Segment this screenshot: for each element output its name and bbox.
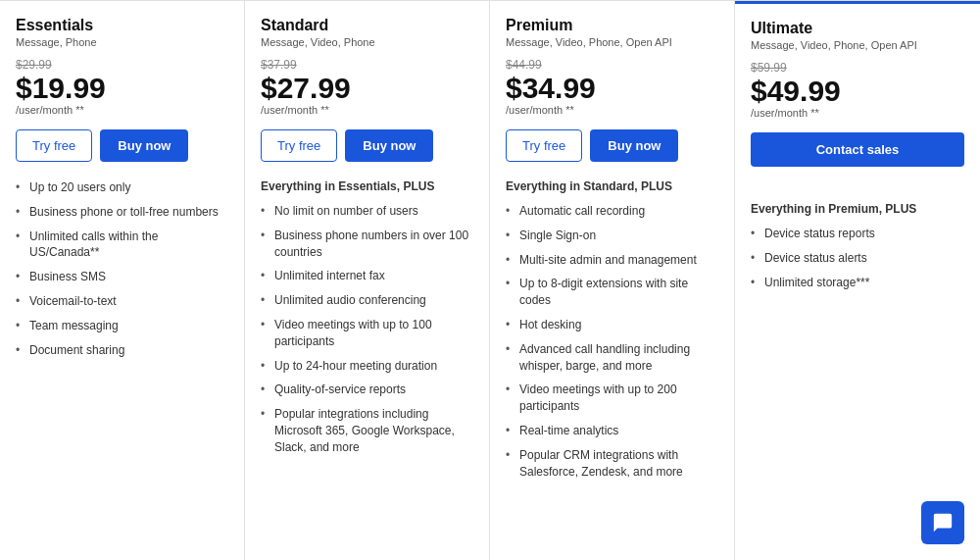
original-price-premium: $44.99: [506, 58, 718, 72]
feature-item: Voicemail-to-text: [16, 293, 228, 310]
feature-item: Device status reports: [751, 226, 964, 242]
feature-item: Real-time analytics: [506, 423, 718, 439]
price-note-premium: /user/month **: [506, 104, 718, 116]
original-price-essentials: $29.99: [16, 58, 228, 72]
plan-tagline-standard: Everything in Essentials, PLUS: [261, 179, 473, 193]
feature-item: Hot desking: [506, 317, 718, 333]
feature-item: Unlimited audio conferencing: [261, 292, 473, 309]
feature-list-premium: Automatic call recordingSingle Sign-onMu…: [506, 203, 718, 487]
original-price-standard: $37.99: [261, 58, 473, 72]
feature-item: Automatic call recording: [506, 203, 718, 220]
btn-buy-premium[interactable]: Buy now: [590, 129, 678, 162]
plan-tagline-ultimate: Everything in Premium, PLUS: [751, 202, 964, 216]
feature-item: Unlimited storage***: [751, 275, 964, 291]
feature-item: Popular CRM integrations with Salesforce…: [506, 447, 718, 481]
plan-col-standard: Standard Message, Video, Phone $37.99 $2…: [245, 1, 490, 560]
current-price-ultimate: $49.99: [751, 75, 964, 107]
price-note-standard: /user/month **: [261, 104, 473, 116]
price-note-ultimate: /user/month **: [751, 107, 964, 119]
feature-item: Multi-site admin and management: [506, 252, 718, 269]
chat-button[interactable]: [921, 501, 964, 544]
btn-try-essentials[interactable]: Try free: [16, 129, 92, 162]
pricing-grid: Essentials Message, Phone $29.99 $19.99 …: [0, 0, 980, 560]
plan-desc-premium: Message, Video, Phone, Open API: [506, 36, 718, 48]
btn-row-standard: Try free Buy now: [261, 129, 473, 162]
feature-list-standard: No limit on number of usersBusiness phon…: [261, 203, 473, 464]
feature-item: Single Sign-on: [506, 228, 718, 244]
feature-item: Business SMS: [16, 269, 228, 285]
feature-item: Advanced call handling including whisper…: [506, 341, 718, 375]
plan-name-ultimate: Ultimate: [751, 20, 964, 37]
feature-item: No limit on number of users: [261, 203, 473, 220]
btn-row-premium: Try free Buy now: [506, 129, 718, 162]
btn-buy-essentials[interactable]: Buy now: [100, 129, 188, 162]
plan-desc-essentials: Message, Phone: [16, 36, 228, 48]
feature-item: Business phone numbers in over 100 count…: [261, 228, 473, 261]
feature-list-ultimate: Device status reportsDevice status alert…: [751, 226, 964, 298]
btn-row-essentials: Try free Buy now: [16, 129, 228, 162]
feature-item: Team messaging: [16, 318, 228, 334]
feature-item: Document sharing: [16, 342, 228, 359]
plan-name-standard: Standard: [261, 17, 473, 34]
current-price-premium: $34.99: [506, 72, 718, 104]
feature-item: Up to 8-digit extensions with site codes: [506, 276, 718, 309]
feature-list-essentials: Up to 20 users onlyBusiness phone or tol…: [16, 179, 228, 366]
feature-item: Up to 24-hour meeting duration: [261, 358, 473, 375]
plan-tagline-premium: Everything in Standard, PLUS: [506, 179, 718, 193]
original-price-ultimate: $59.99: [751, 61, 964, 75]
btn-row-ultimate: Contact sales: [751, 132, 964, 184]
feature-item: Popular integrations including Microsoft…: [261, 406, 473, 455]
plan-name-premium: Premium: [506, 17, 718, 34]
btn-contact-ultimate[interactable]: Contact sales: [751, 132, 964, 167]
feature-item: Video meetings with up to 100 participan…: [261, 317, 473, 350]
feature-item: Up to 20 users only: [16, 179, 228, 196]
btn-buy-standard[interactable]: Buy now: [345, 129, 433, 162]
btn-try-standard[interactable]: Try free: [261, 129, 337, 162]
btn-try-premium[interactable]: Try free: [506, 129, 582, 162]
feature-item: Video meetings with up to 200 participan…: [506, 382, 718, 415]
plan-col-premium: Premium Message, Video, Phone, Open API …: [490, 1, 735, 560]
plan-desc-standard: Message, Video, Phone: [261, 36, 473, 48]
current-price-essentials: $19.99: [16, 72, 228, 104]
price-note-essentials: /user/month **: [16, 104, 228, 116]
plan-col-essentials: Essentials Message, Phone $29.99 $19.99 …: [0, 1, 245, 560]
feature-item: Unlimited calls within the US/Canada**: [16, 229, 228, 262]
plan-col-ultimate: Ultimate Message, Video, Phone, Open API…: [735, 1, 980, 560]
feature-item: Unlimited internet fax: [261, 268, 473, 284]
feature-item: Device status alerts: [751, 250, 964, 267]
current-price-standard: $27.99: [261, 72, 473, 104]
plan-name-essentials: Essentials: [16, 17, 228, 34]
feature-item: Quality-of-service reports: [261, 382, 473, 398]
feature-item: Business phone or toll-free numbers: [16, 204, 228, 221]
plan-desc-ultimate: Message, Video, Phone, Open API: [751, 39, 964, 51]
